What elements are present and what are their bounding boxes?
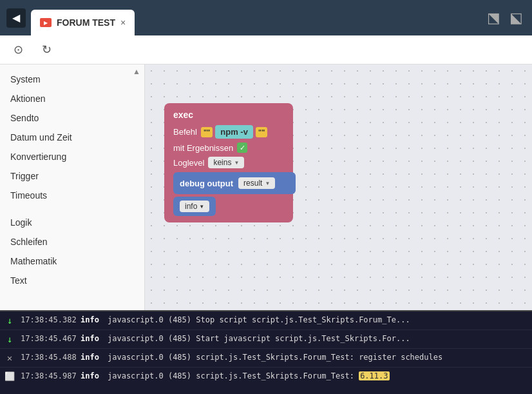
log-row: ↓ 17:38:45.382 info javascript.0 (485) S… [0,311,532,330]
command-label: Befehl [173,127,197,137]
log-icon-col: ✕ [0,350,19,366]
sidebar-item-aktionen[interactable]: Aktionen [0,89,144,108]
log-time: 17:38:45.488 [19,350,81,364]
canvas: exec Befehl "" npm -v "" mit Ergebnissen… [145,64,532,310]
block-container: exec Befehl "" npm -v "" mit Ergebnissen… [164,103,293,222]
debug-label: debug output [180,179,233,188]
info-block: info [173,197,216,216]
info-dropdown[interactable]: info [180,201,209,212]
sidebar-item-timeouts[interactable]: Timeouts [0,186,144,205]
export-header-button[interactable]: ⬔ [484,7,503,29]
log-time: 17:38:45.382 [19,313,81,327]
sidebar-item-trigger[interactable]: Trigger [0,166,144,186]
loglevel-dropdown[interactable]: keins [208,157,244,168]
exec-title: exec [173,110,284,120]
results-checkbox[interactable]: ✓ [237,143,247,153]
sidebar-item-logik[interactable]: Logik [0,213,144,232]
scroll-up-icon: ▲ [133,67,140,76]
log-message: javascript.0 (485) script.js.Test_Skript… [105,369,532,383]
log-level: info [81,313,105,327]
log-icon-col: ↓ [0,313,19,328]
log-row: ⬜ 17:38:45.987 info javascript.0 (485) s… [0,368,532,385]
log-level: info [81,331,105,346]
copy-icon: ⬜ [5,371,15,381]
import-header-button[interactable]: ⬕ [507,7,526,29]
debug-block: debug output result [173,172,296,194]
quote-right: "" [256,127,267,137]
results-label: mit Ergebnissen [173,143,233,153]
tab-close-button[interactable]: × [120,17,126,28]
npm-block: "" npm -v "" [201,125,268,139]
delete-icon: ✕ [7,353,12,363]
back-icon: ◀ [12,12,20,24]
loglevel-row: Loglevel keins [173,157,284,168]
sidebar-item-text[interactable]: Text [0,271,144,290]
sidebar-item-sendto[interactable]: Sendto [0,108,144,128]
results-row: mit Ergebnissen ✓ [173,143,284,153]
exec-block: exec Befehl "" npm -v "" mit Ergebnissen… [164,103,293,222]
log-message: javascript.0 (485) Start javascript scri… [105,331,532,346]
tab-area: FORUM TEST × [31,0,479,35]
download-icon: ↓ [7,334,12,344]
log-highlight: 6.11.3 [359,371,389,380]
sidebar-item-mathematik[interactable]: Mathematik [0,251,144,271]
result-dropdown[interactable]: result [238,177,275,189]
log-row: ✕ 17:38:45.488 info javascript.0 (485) s… [0,349,532,368]
main-area: ▲ System Aktionen Sendto Datum und Zeit … [0,64,532,310]
sidebar-item-datum[interactable]: Datum und Zeit [0,128,144,147]
log-time: 17:38:45.467 [19,331,81,346]
tab-icon [40,18,52,27]
log-level: info [81,350,105,364]
download-icon: ↓ [7,315,12,326]
log-icon-col: ↓ [0,331,19,347]
target-button[interactable]: ⊙ [8,39,28,60]
refresh-button[interactable]: ↻ [36,39,57,60]
log-area: ↓ 17:38:45.382 info javascript.0 (485) S… [0,310,532,394]
active-tab[interactable]: FORUM TEST × [31,10,135,35]
command-row: Befehl "" npm -v "" [173,125,284,139]
sidebar: ▲ System Aktionen Sendto Datum und Zeit … [0,64,145,310]
quote-left: "" [201,127,213,137]
loglevel-label: Loglevel [173,158,204,168]
log-time: 17:38:45.987 [19,369,81,383]
npm-command[interactable]: npm -v [215,125,253,139]
toolbar: ⊙ ↻ [0,35,532,64]
log-row: ↓ 17:38:45.467 info javascript.0 (485) S… [0,330,532,349]
log-icon-col: ⬜ [0,369,19,384]
log-message: javascript.0 (485) Stop script script.js… [105,313,532,327]
log-message: javascript.0 (485) script.js.Test_Skript… [105,350,532,364]
log-level: info [81,369,105,383]
sidebar-item-konvertierung[interactable]: Konvertierung [0,147,144,166]
tab-title: FORUM TEST [57,17,115,28]
back-button[interactable]: ◀ [6,8,26,28]
header: ◀ FORUM TEST × ⬔ ⬕ [0,0,532,35]
sidebar-item-system[interactable]: System [0,70,144,89]
sidebar-item-schleifen[interactable]: Schleifen [0,232,144,251]
